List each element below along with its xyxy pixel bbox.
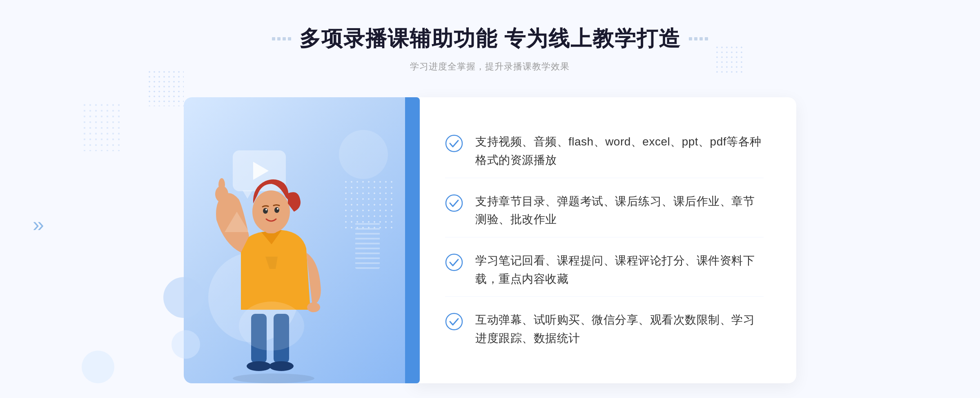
svg-point-13 bbox=[277, 208, 278, 210]
svg-point-9 bbox=[252, 190, 290, 233]
dot-2 bbox=[277, 37, 281, 40]
person-figure bbox=[208, 154, 347, 383]
feature-text-2: 支持章节目录、弹题考试、课后练习、课后作业、章节测验、批改作业 bbox=[475, 192, 764, 229]
feature-text-4: 互动弹幕、试听购买、微信分享、观看次数限制、学习进度跟踪、数据统计 bbox=[475, 311, 764, 348]
svg-point-4 bbox=[269, 361, 294, 371]
feature-text-3: 学习笔记回看、课程提问、课程评论打分、课件资料下载，重点内容收藏 bbox=[475, 252, 764, 288]
dot-6 bbox=[694, 37, 697, 40]
header-section: 多项录播课辅助功能 专为线上教学打造 学习进度全掌握，提升录播课教学效果 bbox=[272, 25, 708, 73]
svg-point-15 bbox=[446, 135, 462, 152]
small-circle-light bbox=[172, 330, 200, 359]
svg-point-0 bbox=[233, 373, 314, 383]
title-row: 多项录播课辅助功能 专为线上教学打造 bbox=[272, 25, 708, 53]
stripe-decoration bbox=[355, 220, 380, 269]
check-circle-icon-2 bbox=[445, 194, 463, 212]
feature-item-1: 支持视频、音频、flash、word、excel、ppt、pdf等各种格式的资源… bbox=[445, 125, 764, 178]
svg-point-14 bbox=[239, 302, 304, 351]
sub-title: 学习进度全掌握，提升录播课教学效果 bbox=[272, 60, 708, 73]
svg-point-16 bbox=[446, 195, 462, 211]
feature-item-3: 学习笔记回看、课程提问、课程评论打分、课件资料下载，重点内容收藏 bbox=[445, 244, 764, 297]
dot-8 bbox=[705, 37, 708, 40]
features-panel: 支持视频、音频、flash、word、excel、ppt、pdf等各种格式的资源… bbox=[412, 97, 796, 383]
dot-3 bbox=[283, 37, 286, 40]
triangle-decoration bbox=[225, 212, 249, 232]
dot-4 bbox=[288, 37, 291, 40]
chevron-left-decoration: » bbox=[33, 212, 44, 236]
dot-5 bbox=[689, 37, 692, 40]
dots-decoration-left bbox=[147, 69, 184, 106]
title-dots-right bbox=[689, 37, 708, 40]
svg-point-3 bbox=[247, 361, 271, 371]
svg-point-10 bbox=[263, 208, 268, 214]
check-circle-icon-1 bbox=[445, 134, 463, 152]
small-circle-blue bbox=[163, 277, 204, 318]
circle-decoration-bottom bbox=[82, 351, 114, 383]
main-title: 多项录播课辅助功能 专为线上教学打造 bbox=[299, 25, 681, 53]
dot-1 bbox=[272, 37, 275, 40]
content-area: 支持视频、音频、flash、word、excel、ppt、pdf等各种格式的资源… bbox=[184, 97, 796, 383]
svg-point-12 bbox=[265, 209, 267, 210]
dots-decoration-right bbox=[715, 45, 743, 74]
title-dots-left bbox=[272, 37, 291, 40]
feature-item-2: 支持章节目录、弹题考试、课后练习、课后作业、章节测验、批改作业 bbox=[445, 184, 764, 238]
illustration-panel bbox=[184, 97, 412, 383]
svg-point-7 bbox=[307, 302, 320, 312]
dots-decoration-page bbox=[82, 102, 122, 151]
check-circle-icon-3 bbox=[445, 253, 463, 271]
blue-bar-accent bbox=[405, 97, 420, 383]
feature-item-4: 互动弹幕、试听购买、微信分享、观看次数限制、学习进度跟踪、数据统计 bbox=[445, 303, 764, 356]
dot-7 bbox=[699, 37, 703, 40]
check-circle-icon-4 bbox=[445, 313, 463, 331]
svg-point-6 bbox=[218, 178, 225, 191]
page-wrapper: » 多项录播课辅助功能 专为线上教学打造 学习进度全掌握，提升录播课教学效果 bbox=[0, 0, 980, 398]
svg-point-18 bbox=[446, 313, 462, 330]
svg-point-17 bbox=[446, 254, 462, 271]
feature-text-1: 支持视频、音频、flash、word、excel、ppt、pdf等各种格式的资源… bbox=[475, 133, 764, 170]
svg-point-11 bbox=[274, 207, 279, 213]
